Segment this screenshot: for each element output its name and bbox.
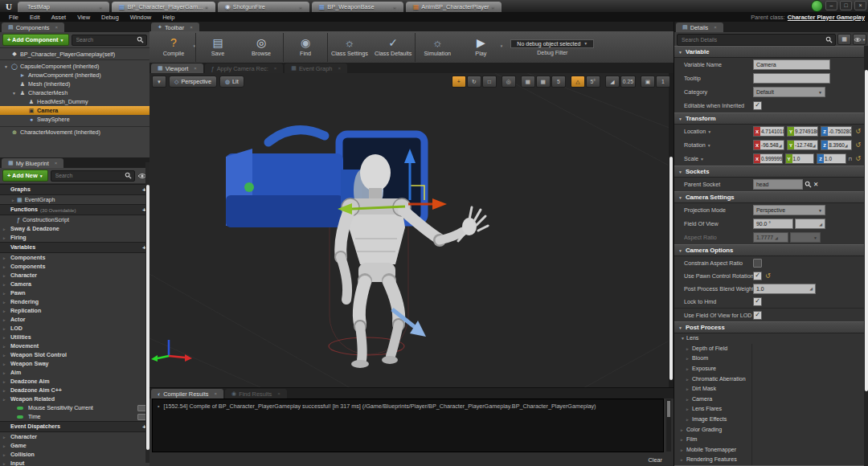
blueprint-row[interactable]: ▹ Pawn bbox=[0, 288, 149, 297]
expander-icon[interactable]: ▹ bbox=[3, 282, 8, 287]
blueprint-row[interactable]: Functions (30 Overridable) + bbox=[0, 204, 149, 215]
post-process-row[interactable]: ▹ Camera bbox=[674, 394, 864, 405]
window-button[interactable]: × bbox=[854, 1, 866, 10]
asset-tab[interactable]: ▦ BP_WeaponBase × bbox=[312, 2, 403, 12]
section-header-post-process[interactable]: ▼Post Process bbox=[674, 321, 864, 333]
post-process-row[interactable]: ▹ Color Grading bbox=[674, 424, 864, 435]
parent-class-link[interactable]: Character Player Gameplay bbox=[788, 14, 865, 21]
source-control-icon[interactable] bbox=[811, 0, 823, 12]
debug-object-dropdown[interactable]: No debug object selected ▼ bbox=[510, 39, 594, 48]
move-tool-button[interactable]: + bbox=[452, 76, 466, 88]
blueprint-row[interactable]: ▹ Components bbox=[0, 253, 149, 262]
blueprint-row[interactable]: Time bbox=[0, 412, 149, 421]
expander-icon[interactable]: ▹ bbox=[681, 448, 686, 452]
scale-x-field[interactable]: 0.9999998 bbox=[760, 154, 782, 163]
browse-button[interactable]: ◎ Browse bbox=[240, 33, 283, 62]
close-icon[interactable]: × bbox=[393, 5, 396, 10]
fov-lod-checkbox[interactable] bbox=[753, 311, 762, 320]
view-options-button[interactable]: ▼ bbox=[853, 34, 866, 45]
asset-tab[interactable]: TestMap × bbox=[18, 2, 109, 12]
close-icon[interactable]: × bbox=[714, 25, 717, 30]
camera-speed-value[interactable]: 1 bbox=[656, 76, 670, 88]
expander-icon[interactable]: ▹ bbox=[3, 397, 8, 402]
3d-scene[interactable] bbox=[149, 73, 674, 388]
blueprint-row[interactable]: ▹ Utilities bbox=[0, 333, 149, 341]
close-icon[interactable]: × bbox=[338, 66, 341, 71]
grid-snap-button[interactable]: ▦ bbox=[536, 76, 551, 88]
reset-icon[interactable]: ↺ bbox=[855, 141, 861, 149]
component-tree-row[interactable]: ▼ ♟ CharacterMesh bbox=[0, 88, 149, 97]
find-button[interactable]: ◉ Find bbox=[283, 33, 327, 62]
close-icon[interactable]: × bbox=[55, 161, 58, 166]
section-header-transform[interactable]: ▼Transform bbox=[674, 112, 864, 125]
component-tree-row[interactable]: ▼ ◯ CapsuleComponent (Inherited) bbox=[0, 62, 149, 71]
expander-icon[interactable]: ▹ bbox=[3, 435, 8, 439]
scale-snap-value[interactable]: 0.25 bbox=[620, 76, 636, 88]
close-icon[interactable]: × bbox=[299, 5, 302, 10]
expander-icon[interactable]: ▹ bbox=[3, 309, 8, 313]
section-header-camera-options[interactable]: ▼Camera Options bbox=[674, 244, 864, 256]
expander-icon[interactable]: ▹ bbox=[3, 353, 8, 358]
expander-icon[interactable]: ▼ bbox=[678, 325, 682, 330]
expander-icon[interactable]: ▹ bbox=[3, 344, 8, 349]
menu-item[interactable]: Debug bbox=[96, 14, 125, 21]
editor-tab[interactable]: ▦ Event Graph × bbox=[285, 63, 347, 73]
add-component-button[interactable]: + Add Component▼ bbox=[2, 34, 69, 46]
component-tree-row[interactable]: ● SwaySphere bbox=[0, 115, 149, 124]
editor-tab[interactable]: ▦ Viewport × bbox=[151, 63, 203, 73]
components-search[interactable] bbox=[72, 35, 147, 46]
rotate-tool-button[interactable]: ↻ bbox=[467, 76, 481, 88]
close-icon[interactable]: × bbox=[99, 5, 102, 10]
blueprint-row[interactable]: ▹ Weapon Related bbox=[0, 394, 149, 403]
expander-icon[interactable]: ▹ bbox=[686, 417, 692, 422]
blueprint-row[interactable]: ▹ ▦ EventGraph bbox=[0, 195, 149, 204]
expander-icon[interactable]: ▹ bbox=[3, 444, 8, 448]
close-icon[interactable]: × bbox=[190, 25, 193, 30]
section-header-camera-settings[interactable]: ▼Camera Settings bbox=[674, 191, 864, 203]
post-process-row[interactable]: ▹ Dirt Mask bbox=[674, 384, 864, 394]
expander-icon[interactable]: ▼ bbox=[12, 91, 17, 96]
blueprint-row[interactable]: ▹ Rendering bbox=[0, 297, 149, 306]
component-tree-row[interactable]: ⊕ CharacterMovement (Inherited) bbox=[0, 126, 149, 137]
post-process-row[interactable]: ▹ Image Effects bbox=[674, 415, 864, 425]
editor-tab[interactable]: ƒ Apply Camera Rec: × bbox=[205, 63, 284, 73]
chevron-down-icon[interactable]: ▾ bbox=[501, 43, 503, 48]
menu-item[interactable]: Edit bbox=[24, 14, 46, 21]
expander-icon[interactable]: ▹ bbox=[686, 397, 692, 402]
scrollbar-thumb[interactable] bbox=[865, 70, 868, 391]
expander-icon[interactable]: ▼ bbox=[4, 64, 9, 69]
expander-icon[interactable]: ▼ bbox=[678, 50, 682, 55]
expander-icon[interactable]: ▼ bbox=[678, 170, 682, 174]
expander-icon[interactable]: ▹ bbox=[3, 461, 8, 466]
class-defaults-button[interactable]: ✓ Class Defaults bbox=[371, 33, 415, 62]
component-tree-row[interactable]: ► ArrowComponent (Inherited) bbox=[0, 71, 149, 80]
log-scrollbar[interactable] bbox=[666, 399, 671, 452]
component-tree-row[interactable]: ♟ Mesh (Inherited) bbox=[0, 80, 149, 88]
expander-icon[interactable]: ▹ bbox=[686, 346, 692, 351]
reset-icon[interactable]: ↺ bbox=[855, 155, 861, 162]
rotation-snap-button[interactable]: △ bbox=[571, 76, 585, 88]
expander-icon[interactable]: ▹ bbox=[3, 370, 8, 375]
expander-icon[interactable]: ▼ bbox=[678, 195, 682, 200]
blueprint-row[interactable]: ƒ ConstructionScript bbox=[0, 215, 149, 224]
location-y-field[interactable]: 9.2749186 bbox=[794, 127, 817, 136]
close-icon[interactable]: × bbox=[215, 391, 218, 396]
bottom-tab[interactable]: ◉ Find Results × bbox=[225, 389, 287, 399]
post-process-row[interactable]: ▹ Film bbox=[674, 435, 864, 445]
menu-item[interactable]: Help bbox=[157, 14, 180, 21]
lit-button[interactable]: ◍ Lit bbox=[219, 76, 244, 88]
lock-to-hmd-checkbox[interactable] bbox=[753, 297, 762, 306]
expander-icon[interactable]: ▹ bbox=[3, 388, 8, 393]
field-of-view-field[interactable]: 90.0 ° bbox=[753, 219, 793, 229]
expander-icon[interactable]: ▼ bbox=[678, 117, 682, 121]
bottom-tab[interactable]: ◐ Compiler Results × bbox=[151, 389, 223, 399]
scrollbar-thumb[interactable] bbox=[146, 185, 149, 450]
expander-icon[interactable]: ▹ bbox=[3, 326, 8, 331]
blueprint-row[interactable]: Graphs + bbox=[0, 184, 149, 195]
post-process-row[interactable]: ▹ Exposure bbox=[674, 364, 864, 374]
menu-item[interactable]: Window bbox=[125, 14, 157, 21]
expander-icon[interactable]: ▹ bbox=[3, 227, 8, 231]
simulation-button[interactable]: ☼ Simulation bbox=[415, 33, 459, 62]
blueprint-row[interactable]: ▹ Character bbox=[0, 432, 149, 441]
save-button[interactable]: ▤ Save bbox=[195, 33, 240, 62]
